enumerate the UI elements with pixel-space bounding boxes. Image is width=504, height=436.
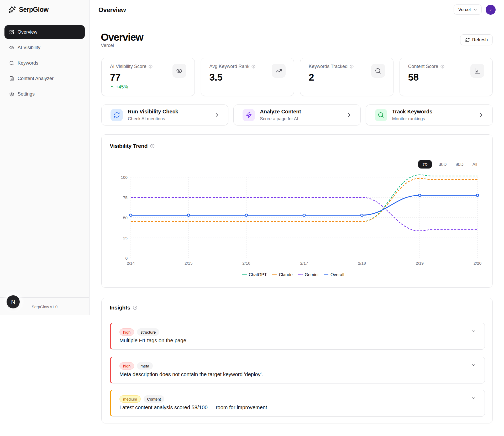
svg-text:2/16: 2/16 — [242, 261, 250, 265]
svg-text:25: 25 — [123, 236, 128, 240]
svg-text:2/18: 2/18 — [358, 261, 366, 265]
svg-text:75: 75 — [123, 195, 128, 200]
svg-text:2/20: 2/20 — [474, 261, 482, 265]
svg-text:100: 100 — [121, 175, 128, 180]
svg-text:2/14: 2/14 — [127, 261, 135, 265]
svg-text:2/19: 2/19 — [416, 261, 424, 265]
svg-text:50: 50 — [123, 216, 128, 220]
svg-text:0: 0 — [125, 256, 128, 260]
svg-text:2/17: 2/17 — [300, 261, 308, 265]
svg-text:2/15: 2/15 — [185, 261, 192, 265]
